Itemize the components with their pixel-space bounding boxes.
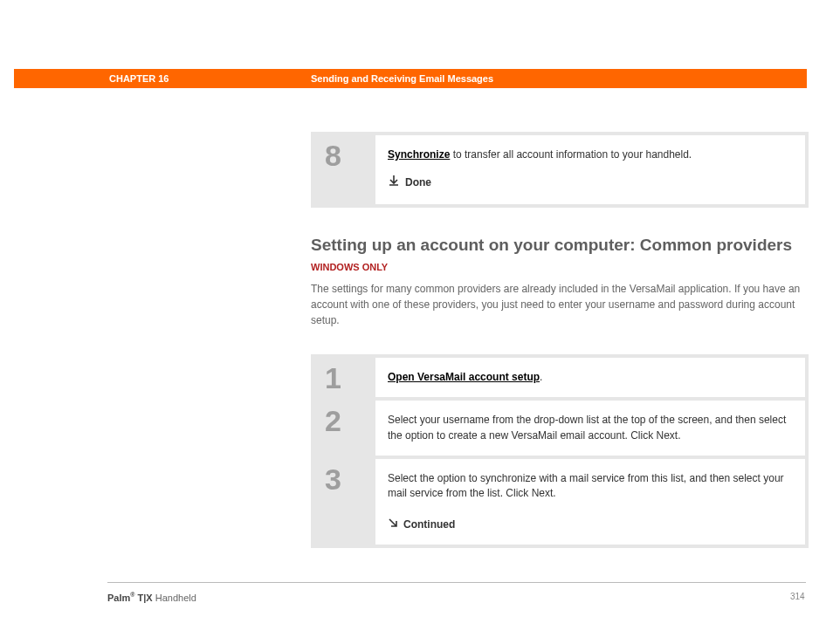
- step-3-text: Select the option to synchronize with a …: [388, 472, 784, 499]
- chapter-header-bar: CHAPTER 16 Sending and Receiving Email M…: [14, 69, 807, 88]
- section-heading: Setting up an account on your computer: …: [311, 236, 809, 255]
- continued-label: Continued: [403, 517, 455, 532]
- step-8-block: 8 Synchronize to transfer all account in…: [311, 132, 809, 208]
- section-paragraph: The settings for many common providers a…: [311, 281, 809, 328]
- continued-arrow-icon: [388, 517, 403, 532]
- step-number: 8: [325, 140, 375, 170]
- footer-divider: [107, 582, 806, 583]
- step-8-text: to transfer all account information to y…: [450, 148, 692, 161]
- step-2-text: Select your username from the drop-down …: [388, 414, 786, 441]
- step-number-column: 2: [314, 401, 375, 456]
- step-number-column: 8: [314, 135, 375, 204]
- chapter-label: CHAPTER 16: [109, 73, 169, 84]
- step-number-column: 3: [314, 459, 375, 545]
- steps-container: 1 Open VersaMail account setup. 2 Select…: [311, 354, 809, 548]
- step-body: Open VersaMail account setup.: [375, 358, 805, 397]
- step-body: Synchronize to transfer all account info…: [375, 135, 805, 204]
- step-body: Select your username from the drop-down …: [375, 401, 805, 456]
- continued-row: Continued: [388, 517, 789, 532]
- done-row: Done: [388, 175, 791, 191]
- done-label: Done: [405, 175, 431, 190]
- step-number: 2: [325, 406, 375, 435]
- footer-tail: Handheld: [153, 593, 196, 603]
- step-number-column: 1: [314, 358, 375, 397]
- done-arrow-icon: [388, 175, 405, 191]
- footer-product-name: Palm® T|X Handheld: [107, 592, 196, 603]
- footer-model: T|X: [134, 593, 152, 603]
- footer-brand: Palm: [107, 593, 130, 603]
- windows-only-label: WINDOWS ONLY: [311, 262, 809, 272]
- step-2-block: 2 Select your username from the drop-dow…: [314, 401, 805, 459]
- chapter-title: Sending and Receiving Email Messages: [311, 73, 493, 84]
- step-number: 3: [325, 464, 375, 494]
- step-1-suffix: .: [540, 371, 542, 383]
- step-body: Select the option to synchronize with a …: [375, 459, 805, 545]
- step-1-block: 1 Open VersaMail account setup.: [314, 358, 805, 401]
- page-number: 314: [790, 592, 805, 601]
- content-area: 8 Synchronize to transfer all account in…: [311, 88, 809, 548]
- synchronize-link[interactable]: Synchronize: [388, 148, 450, 161]
- step-number: 1: [325, 363, 375, 393]
- step-3-block: 3 Select the option to synchronize with …: [314, 459, 805, 545]
- open-versamail-link[interactable]: Open VersaMail account setup: [388, 371, 540, 383]
